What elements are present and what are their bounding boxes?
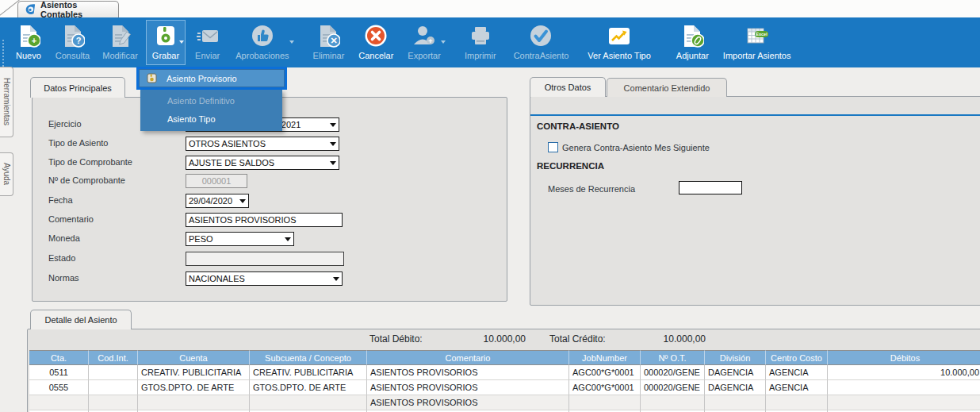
- toolbar-button-nuevo[interactable]: +Nuevo: [10, 20, 48, 65]
- grid-cell[interactable]: 000020/GENE: [641, 380, 705, 395]
- grid-cell[interactable]: AGENCIA: [766, 380, 828, 395]
- grid-header-cuenta[interactable]: Cuenta: [138, 350, 250, 365]
- combo-tipo-de-comprobante[interactable]: AJUSTE DE SALDOS: [186, 156, 339, 170]
- grid-header-cta[interactable]: Cta.: [29, 350, 89, 365]
- tab-detalle-asiento-label: Detalle del Asiento: [44, 315, 117, 325]
- combo-normas[interactable]: NACIONALES: [186, 271, 343, 286]
- grid-cell[interactable]: [828, 380, 980, 395]
- grid-cell[interactable]: 000020/GENE: [641, 365, 705, 380]
- toolbar-button-adjuntar[interactable]: Adjuntar: [670, 20, 715, 65]
- grid-header-jobnumber[interactable]: JobNumber: [569, 350, 641, 365]
- combo-moneda[interactable]: PESO: [186, 232, 294, 246]
- contra-asiento-header: CONTRA-ASIENTO: [537, 121, 619, 131]
- tab-comentario-extendido[interactable]: Comentario Extendido: [607, 78, 727, 97]
- tab-detalle-asiento[interactable]: Detalle del Asiento: [30, 310, 132, 329]
- toolbar-button-cancelar[interactable]: Cancelar: [352, 20, 400, 65]
- combo-tipo-de-asiento[interactable]: OTROS ASIENTOS: [186, 137, 339, 151]
- grid-header-subcuenta-concepto[interactable]: Subcuenta / Concepto: [250, 350, 367, 365]
- grid-cell[interactable]: GTOS.DPTO. DE ARTE: [250, 380, 367, 395]
- total-credito-value: 10.000,00: [630, 333, 706, 345]
- grid-cell[interactable]: [138, 395, 250, 410]
- check-circle-icon: [529, 23, 553, 48]
- input-comentario[interactable]: ASIENTOS PROVISORIOS: [186, 213, 343, 227]
- combo-fecha[interactable]: 29/04/2020: [186, 194, 249, 208]
- grid-cell[interactable]: AGC00*G*0001: [569, 380, 641, 395]
- grid-cell[interactable]: AGC00*G*0001: [569, 365, 641, 380]
- grid-cell[interactable]: [828, 395, 980, 410]
- grid-cell[interactable]: 10.000,00: [828, 365, 980, 380]
- grid-cell[interactable]: DAGENCIA: [705, 380, 766, 395]
- menu-item-asiento-tipo[interactable]: Asiento Tipo: [140, 110, 282, 128]
- grid-cell[interactable]: [89, 365, 138, 380]
- toolbar-button-label: Ver Asiento Tipo: [588, 51, 651, 60]
- side-tab-ayuda[interactable]: Ayuda: [0, 152, 13, 196]
- toolbar-button-grabar[interactable]: Grabar: [146, 20, 186, 65]
- svg-text:+: +: [32, 36, 36, 45]
- grid-cell[interactable]: ASIENTOS PROVISORIOS: [367, 395, 569, 410]
- grid-header-comentario[interactable]: Comentario: [367, 350, 569, 365]
- menu-item-asiento-provisorio[interactable]: Asiento Provisorio: [139, 69, 285, 87]
- grid-cell[interactable]: AGENCIA: [766, 365, 828, 380]
- toolbar-button-label: ContraAsiento: [514, 51, 569, 60]
- grid-row-2[interactable]: 0555GTOS.DPTO. DE ARTEGTOS.DPTO. DE ARTE…: [29, 380, 980, 395]
- side-tab-ayuda-label: Ayuda: [2, 163, 11, 185]
- side-tab-herramientas-label: Herramientas: [2, 78, 11, 125]
- recurrencia-header: RECURRENCIA: [537, 161, 604, 171]
- grid-header-cod-int[interactable]: Cod.Int.: [89, 350, 138, 365]
- menu-selected-item-frame: Asiento Provisorio: [136, 67, 287, 90]
- field-value: ASIENTOS PROVISORIOS: [189, 215, 297, 225]
- printer-icon: [469, 23, 492, 48]
- grid-header-d-bitos[interactable]: Débitos: [828, 350, 980, 365]
- save-small-icon: [147, 73, 163, 83]
- grid-cell[interactable]: GTOS.DPTO. DE ARTE: [138, 380, 250, 395]
- toolbar-button-label: Eliminar: [313, 51, 345, 60]
- grid-cell[interactable]: [569, 395, 641, 410]
- total-credito-label: Total Crédito:: [549, 333, 606, 345]
- side-tab-herramientas[interactable]: Herramientas: [0, 67, 13, 137]
- dropdown-arrow-icon[interactable]: [179, 40, 184, 44]
- toolbar-button-aprobaciones: Aprobaciones: [229, 20, 295, 65]
- toolbar-button-importar-asientos[interactable]: ExcelImportar Asientos: [717, 20, 798, 65]
- grid-cell[interactable]: [29, 395, 89, 410]
- meses-recurrencia-label: Meses de Recurrencia: [548, 184, 635, 194]
- genera-contra-asiento-checkbox[interactable]: [548, 142, 558, 152]
- grid-cell[interactable]: [641, 395, 705, 410]
- grid-cell[interactable]: ASIENTOS PROVISORIOS: [367, 380, 569, 395]
- grid-cell[interactable]: DAGENCIA: [705, 365, 766, 380]
- tab-otros-datos[interactable]: Otros Datos: [530, 77, 606, 97]
- grid-cell[interactable]: CREATIV. PUBLICITARIA: [250, 365, 367, 380]
- tab-comentario-extendido-label: Comentario Extendido: [624, 83, 710, 93]
- svg-text:?: ?: [75, 36, 81, 45]
- grid-cell[interactable]: [89, 395, 138, 410]
- grid-row-1[interactable]: 0511CREATIV. PUBLICITARIACREATIV. PUBLIC…: [29, 365, 980, 380]
- grid-header-divisi-n[interactable]: División: [705, 350, 766, 365]
- grid-cell[interactable]: [89, 380, 138, 395]
- grid-cell[interactable]: [705, 395, 766, 410]
- grid-cell[interactable]: [250, 395, 367, 410]
- grid-cell[interactable]: 0511: [29, 365, 89, 380]
- grid-cell[interactable]: 0555: [29, 380, 89, 395]
- dropdown-arrow-icon[interactable]: [441, 40, 446, 44]
- meses-recurrencia-input[interactable]: [679, 181, 742, 194]
- cancel-icon: [364, 23, 388, 48]
- grid-cell[interactable]: ASIENTOS PROVISORIOS: [367, 365, 569, 380]
- grid-cell[interactable]: [766, 395, 828, 410]
- grid-header-centro-costo[interactable]: Centro Costo: [766, 350, 828, 365]
- field-value: AJUSTE DE SALDOS: [189, 158, 274, 167]
- grabar-dropdown-menu: Asiento ProvisorioAsiento DefinitivoAsie…: [136, 67, 287, 131]
- total-debito-value: 10.000,00: [450, 333, 526, 345]
- field-label-estado: Estado: [48, 253, 75, 263]
- toolbar-button-ver-asiento-tipo[interactable]: Ver Asiento Tipo: [581, 20, 657, 65]
- app-tab-asientos-contables[interactable]: Asientos Contables: [17, 1, 119, 17]
- toolbar-button-label: Grabar: [152, 51, 179, 60]
- excel-import-icon: Excel: [745, 23, 769, 48]
- send-mail-icon: [196, 23, 220, 48]
- grid-row-3[interactable]: ASIENTOS PROVISORIOS: [29, 395, 980, 410]
- tab-datos-principales[interactable]: Datos Principales: [30, 77, 125, 98]
- toolbar-button-label: Aprobaciones: [235, 51, 289, 60]
- grid-header-n-o-t[interactable]: Nº O.T.: [641, 350, 705, 365]
- toolbar-button-label: Importar Asientos: [723, 51, 791, 60]
- grid-cell[interactable]: CREATIV. PUBLICITARIA: [138, 365, 250, 380]
- input-estado: [186, 252, 344, 266]
- dropdown-arrow-icon[interactable]: [289, 40, 294, 44]
